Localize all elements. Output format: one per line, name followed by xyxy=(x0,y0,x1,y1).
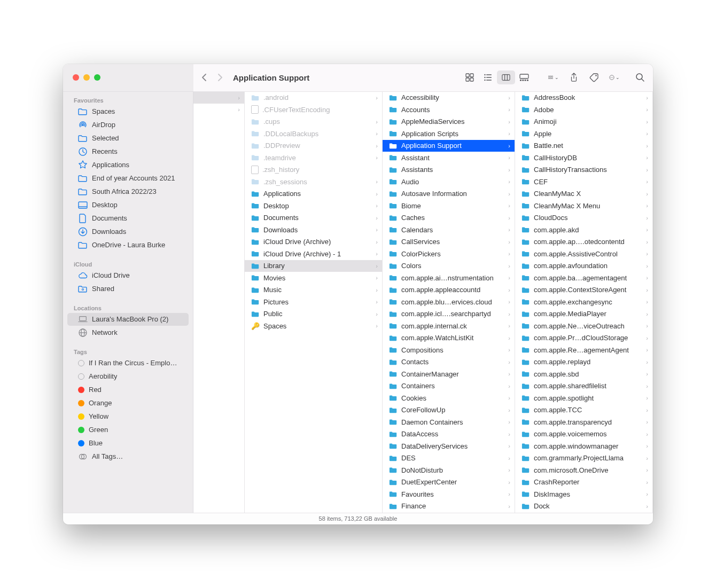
file-row[interactable]: Public› xyxy=(245,308,382,320)
file-row[interactable]: AddressBook› xyxy=(515,92,652,104)
file-row[interactable]: DuetExpertCenter› xyxy=(383,476,515,489)
file-row[interactable]: Daemon Containers› xyxy=(383,416,515,428)
file-row[interactable]: Applications› xyxy=(245,188,382,200)
file-row[interactable]: .zsh_history xyxy=(245,164,382,176)
file-row[interactable]: com.apple.replayd› xyxy=(515,356,652,369)
file-row[interactable]: com.apple.Pr…dCloudStorage› xyxy=(515,332,652,344)
zoom-button[interactable] xyxy=(94,74,100,81)
file-row[interactable]: .DDPreview› xyxy=(245,140,382,152)
file-row[interactable]: iCloud Drive (Archive) - 1› xyxy=(245,248,382,260)
sidebar[interactable]: FavouritesSpacesAirDropSelectedRecentsAp… xyxy=(63,92,193,513)
sidebar-item[interactable]: Recents xyxy=(67,145,189,158)
file-row[interactable]: ContainerManager› xyxy=(383,368,515,380)
minimize-button[interactable] xyxy=(83,74,90,81)
column-view-button[interactable] xyxy=(497,70,515,84)
file-row[interactable]: Desktop› xyxy=(245,200,382,212)
file-row[interactable]: Assistants› xyxy=(383,164,515,176)
file-row[interactable]: Documents› xyxy=(245,212,382,224)
file-row[interactable]: Dock› xyxy=(515,500,652,513)
file-row[interactable]: ColorPickers› xyxy=(383,248,515,260)
file-row[interactable]: CleanMyMac X› xyxy=(515,188,652,200)
file-row[interactable]: com.apple.avfoundation› xyxy=(515,260,652,272)
file-row[interactable]: com.apple.MediaPlayer› xyxy=(515,308,652,320)
file-row[interactable]: Colors› xyxy=(383,260,515,272)
sidebar-item[interactable]: AirDrop xyxy=(67,119,189,131)
file-row[interactable]: com.apple.ai…nstrumentation› xyxy=(383,272,515,284)
file-row[interactable]: › xyxy=(193,104,244,116)
action-button[interactable]: ⌄ xyxy=(609,72,620,83)
file-row[interactable]: Movies› xyxy=(245,272,382,284)
file-row[interactable]: com.microsoft.OneDrive› xyxy=(515,464,652,476)
file-row[interactable]: Audio› xyxy=(383,176,515,188)
file-row[interactable]: Downloads› xyxy=(245,224,382,236)
sidebar-item[interactable]: All Tags… xyxy=(67,450,189,463)
file-row[interactable]: .teamdrive› xyxy=(245,152,382,164)
file-row[interactable]: com.apple.sharedfilelist› xyxy=(515,380,652,393)
file-row[interactable]: iCloud Drive (Archive)› xyxy=(245,236,382,248)
file-row[interactable]: Calendars› xyxy=(383,224,515,236)
icon-view-button[interactable] xyxy=(461,70,479,84)
file-row[interactable]: Application Support› xyxy=(383,140,515,152)
file-row[interactable]: com.apple.ba…agementagent› xyxy=(515,272,652,284)
sidebar-item[interactable]: Network xyxy=(67,326,189,339)
file-row[interactable]: Accounts› xyxy=(383,104,515,116)
file-row[interactable]: com.apple.Ne…viceOutreach› xyxy=(515,320,652,332)
file-row[interactable]: CoreFollowUp› xyxy=(383,404,515,417)
sidebar-item[interactable]: OneDrive - Laura Burke xyxy=(67,239,189,252)
sidebar-item[interactable]: Blue xyxy=(67,437,189,450)
column[interactable]: AddressBook›Adobe›Animoji›Apple›Battle.n… xyxy=(515,92,653,513)
file-row[interactable]: com.apple.voicememos› xyxy=(515,428,652,441)
file-row[interactable]: com.apple.WatchListKit› xyxy=(383,332,515,344)
file-row[interactable]: Music› xyxy=(245,284,382,296)
file-row[interactable]: com.apple.windowmanager› xyxy=(515,440,652,452)
file-row[interactable]: Battle.net› xyxy=(515,140,652,152)
file-row[interactable]: CrashReporter› xyxy=(515,476,652,489)
file-row[interactable]: Caches› xyxy=(383,212,515,224)
sidebar-item[interactable]: Shared xyxy=(67,283,189,295)
file-row[interactable]: Adobe› xyxy=(515,104,652,116)
file-row[interactable]: DiskImages› xyxy=(515,488,652,500)
sidebar-item[interactable]: Green xyxy=(67,424,189,436)
file-row[interactable]: AppleMediaServices› xyxy=(383,116,515,128)
file-row[interactable]: .DDLocalBackups› xyxy=(245,128,382,140)
sidebar-item[interactable]: Desktop xyxy=(67,199,189,211)
file-row[interactable]: CallHistoryDB› xyxy=(515,152,652,164)
file-row[interactable]: Cookies› xyxy=(383,392,515,404)
column[interactable]: ›› xyxy=(193,92,245,513)
file-row[interactable]: .CFUserTextEncoding xyxy=(245,104,382,116)
file-row[interactable]: Biome› xyxy=(383,200,515,212)
file-row[interactable]: .cups› xyxy=(245,116,382,128)
list-view-button[interactable] xyxy=(479,70,497,84)
sidebar-item[interactable]: South Africa 2022/23 xyxy=(67,185,189,198)
sidebar-item[interactable]: Spaces xyxy=(67,105,189,118)
sidebar-item[interactable]: Red xyxy=(67,383,189,396)
file-row[interactable]: com.apple.blu…ervices.cloud› xyxy=(383,296,515,308)
file-row[interactable]: DataAccess› xyxy=(383,428,515,441)
file-row[interactable]: DoNotDisturb› xyxy=(383,464,515,476)
forward-button[interactable] xyxy=(217,73,223,82)
sidebar-item[interactable]: Documents xyxy=(67,212,189,225)
file-row[interactable]: › xyxy=(193,92,244,104)
file-row[interactable]: com.apple.ContextStoreAgent› xyxy=(515,284,652,296)
search-button[interactable] xyxy=(635,72,645,83)
sidebar-item[interactable]: Laura's MacBook Pro (2) xyxy=(67,313,189,326)
sidebar-item[interactable]: Aerobility xyxy=(67,370,189,383)
file-row[interactable]: com.apple.akd› xyxy=(515,224,652,236)
file-row[interactable]: Animoji› xyxy=(515,116,652,128)
column[interactable]: Accessibility›Accounts›AppleMediaService… xyxy=(383,92,515,513)
file-row[interactable]: com.apple.ap….otedcontentd› xyxy=(515,236,652,248)
gallery-view-button[interactable] xyxy=(515,70,533,84)
file-row[interactable]: com.apple.transparencyd› xyxy=(515,416,652,428)
file-row[interactable]: CallServices› xyxy=(383,236,515,248)
file-row[interactable]: Pictures› xyxy=(245,296,382,308)
file-row[interactable]: Autosave Information› xyxy=(383,188,515,200)
sidebar-item[interactable]: End of year Accounts 2021 xyxy=(67,172,189,185)
file-row[interactable]: com.apple.TCC› xyxy=(515,404,652,417)
file-row[interactable]: Finance› xyxy=(383,500,515,513)
sidebar-item[interactable]: Orange xyxy=(67,397,189,410)
file-row[interactable]: com.apple.internal.ck› xyxy=(383,320,515,332)
file-row[interactable]: com.apple.icl….searchpartyd› xyxy=(383,308,515,320)
file-row[interactable]: Application Scripts› xyxy=(383,128,515,140)
sidebar-item[interactable]: Applications xyxy=(67,159,189,171)
file-row[interactable]: DataDeliveryServices› xyxy=(383,440,515,452)
